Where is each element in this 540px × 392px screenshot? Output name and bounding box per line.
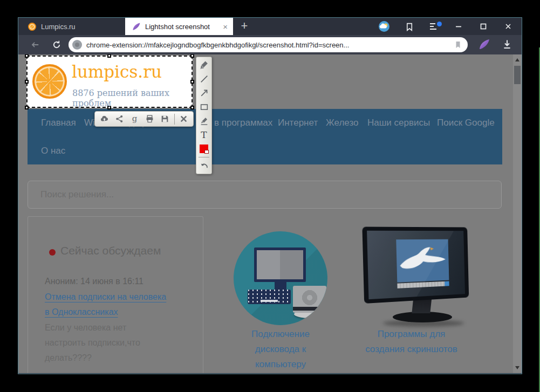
bookmarks-icon[interactable] [397, 18, 421, 35]
maximize-button[interactable] [471, 18, 496, 35]
url-text: chrome-extension://mfakcejlogndbogfkbgen… [86, 41, 449, 49]
resize-handle[interactable] [25, 80, 29, 84]
marker-tool-button[interactable] [198, 115, 210, 127]
nav-item-v-programmah[interactable]: в программах [214, 118, 272, 128]
discussion-body-line: Если у человека нет [45, 323, 126, 333]
nav-item-zhelezo[interactable]: Железо [326, 118, 358, 128]
scrollbar-thumb[interactable] [514, 66, 521, 84]
rectangle-tool-button[interactable] [198, 101, 210, 113]
scroll-down-icon[interactable] [515, 366, 520, 369]
lumpics-favicon-icon [28, 23, 36, 31]
discussion-body-line: делать???? [45, 353, 92, 363]
tile-screenshot-programs-image[interactable] [361, 227, 477, 332]
tile-caption-screenshot-programs[interactable]: Программы для создания скриншотов [356, 327, 467, 357]
nav-item-o-nas[interactable]: О нас [41, 146, 65, 156]
red-bullet-icon [49, 249, 56, 256]
nav-item-glavnaya[interactable]: Главная [41, 118, 76, 128]
lightshot-extension-icon[interactable] [479, 38, 490, 52]
browser-window: Lumpics.ru Lightshot screenshot × + [18, 17, 522, 374]
page-scrollbar[interactable] [513, 54, 522, 373]
site-icon [72, 40, 82, 50]
lumpics-logo-icon [32, 64, 67, 99]
discussion-link-line2[interactable]: в Одноклассниках [45, 307, 118, 317]
svg-text:g: g [132, 114, 138, 123]
monitor-desktop [367, 231, 465, 299]
caption-line[interactable]: компьютеру [234, 357, 327, 372]
resize-handle[interactable] [190, 80, 194, 84]
text-tool-button[interactable]: T [198, 129, 210, 141]
back-button[interactable] [30, 40, 40, 52]
illustration-drive [293, 286, 326, 313]
caption-line[interactable]: Подключение [234, 327, 327, 342]
lumpics-logo-title: lumpics.ru [72, 62, 162, 81]
illustration-monitor [254, 247, 306, 282]
browser-menu-icon[interactable] [421, 18, 446, 35]
tab-label: Lightshot screenshot [145, 23, 218, 31]
illustration-drive-slot [293, 307, 326, 311]
seagull-screenshot [396, 239, 449, 283]
resize-handle[interactable] [107, 54, 111, 58]
close-selection-button[interactable] [178, 113, 190, 125]
share-button[interactable] [113, 113, 125, 125]
print-button[interactable] [144, 113, 156, 125]
lightshot-draw-toolbar: T [196, 57, 212, 174]
discussion-card: Сейчас обсуждаем Аноним: 14 июня в 16:11… [28, 216, 203, 373]
google-search-button[interactable]: g [128, 113, 140, 125]
address-bar: chrome-extension://mfakcejlogndbogfkbgen… [18, 35, 522, 54]
nav-item-poisk-google[interactable]: Поиск Google [437, 118, 495, 128]
lightshot-action-toolbar: g [94, 111, 194, 127]
lumpics-logo-tagline: 8876 решений ваших проблем [72, 88, 192, 108]
current-color[interactable] [200, 145, 208, 153]
line-tool-button[interactable] [198, 73, 210, 85]
nav-item-nashi-servisy[interactable]: Наши сервисы [367, 118, 430, 128]
tile-caption-disk-drive[interactable]: Подключение дисковода к компьютеру [234, 327, 327, 372]
tab-lumpics[interactable]: Lumpics.ru [20, 18, 124, 35]
url-bar[interactable]: chrome-extension://mfakcejlogndbogfkbgen… [69, 37, 468, 52]
pen-tool-button[interactable] [198, 59, 210, 71]
scroll-up-icon[interactable] [515, 58, 520, 61]
weather-widget-icon[interactable] [372, 18, 397, 35]
tile-disk-drive-image[interactable] [234, 231, 327, 325]
tab-label: Lumpics.ru [41, 23, 76, 31]
discussion-author: Аноним: 14 июня в 16:11 [45, 277, 143, 286]
minimize-button[interactable] [446, 18, 471, 35]
upload-cloud-button[interactable] [98, 113, 110, 125]
tab-lightshot[interactable]: Lightshot screenshot × [125, 18, 233, 35]
undo-button[interactable] [198, 160, 210, 171]
save-button[interactable] [159, 113, 171, 125]
tab-bar: Lumpics.ru Lightshot screenshot × + [18, 18, 522, 35]
feather-icon [132, 22, 141, 31]
color-picker-swatch[interactable] [198, 143, 210, 155]
toolbar-divider [199, 157, 209, 157]
caption-line[interactable]: создания скриншотов [356, 342, 467, 357]
nav-item-internet[interactable]: Интернет [278, 118, 318, 128]
new-tab-button[interactable]: + [236, 18, 252, 35]
downloads-icon[interactable] [502, 39, 512, 52]
lightshot-selection[interactable]: lumpics.ru 8876 решений ваших проблем [26, 56, 193, 108]
resize-handle[interactable] [25, 54, 29, 58]
toolbar-divider [174, 114, 175, 125]
resize-handle[interactable] [25, 106, 29, 109]
discussion-body-line: настроить подписки,что [45, 338, 140, 348]
monitor-screen [362, 226, 469, 304]
page-viewport: Главная Wi ду б в программах Интернет Же… [18, 54, 522, 373]
resize-handle[interactable] [190, 54, 194, 58]
notification-dot [437, 22, 442, 26]
discussion-link-line1[interactable]: Отмена подписки на человека [45, 292, 166, 302]
nav-item-windows-partial[interactable]: Wi [84, 118, 95, 128]
bookmark-page-icon[interactable] [454, 40, 462, 49]
monitor-base [393, 312, 452, 322]
mini-toolbar [397, 281, 449, 288]
caption-line[interactable]: Программы для [356, 327, 467, 342]
discussion-title: Сейчас обсуждаем [60, 244, 161, 257]
arrow-tool-button[interactable] [198, 87, 210, 99]
tab-close-icon[interactable]: × [223, 22, 228, 31]
close-window-button[interactable] [496, 18, 521, 35]
site-search-input[interactable] [28, 181, 502, 209]
illustration-keyboard [248, 290, 291, 304]
reload-button[interactable] [52, 40, 61, 52]
caption-line[interactable]: дисковода к [234, 342, 327, 357]
illustration-drive-ring [300, 288, 319, 307]
